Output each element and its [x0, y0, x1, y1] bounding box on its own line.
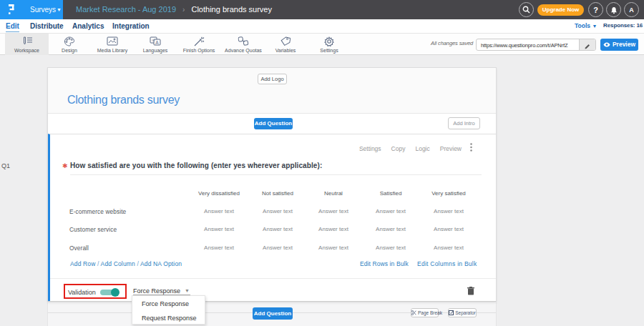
svg-text:A: A	[155, 40, 159, 45]
svg-text:∞: ∞	[152, 38, 155, 42]
